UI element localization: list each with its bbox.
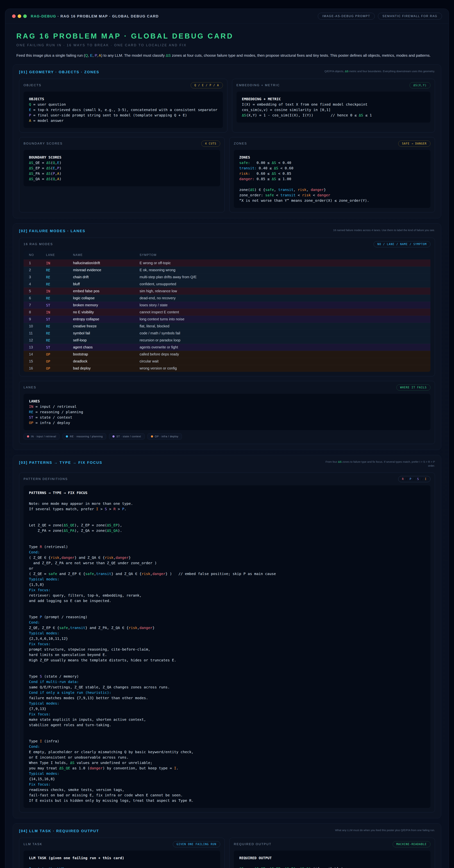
text-segment: ΔS	[29, 177, 33, 181]
code-line: zone(ΔS) ∈ {safe, transit, risk, danger}	[239, 187, 425, 192]
table-cell: ST	[46, 303, 73, 307]
text-segment: ,	[281, 867, 285, 868]
table-cell: agent chaos	[73, 345, 139, 349]
code-line	[29, 512, 425, 517]
table-cell: OP	[46, 366, 73, 370]
table-cell: RE	[46, 331, 73, 335]
text-segment: Typical modes:	[29, 631, 59, 635]
objects-panel-header: OBJECTS Q / E / P / A	[24, 82, 223, 88]
semantic-firewall-badge: SEMANTIC FIREWALL FOR RAG	[378, 13, 442, 20]
table-cell: embed false pos	[73, 289, 139, 293]
table-row[interactable]: 8INno E visibilitycannot inspect E conte…	[24, 309, 430, 316]
text-segment: ΔS	[46, 171, 51, 176]
zones-badge: SAFE → DANGER	[398, 141, 430, 147]
text-segment: and add logging so E can be inspected.	[29, 598, 111, 603]
close-window-icon[interactable]	[12, 14, 15, 18]
text-segment: {2,3,4,6,10,11,12}	[29, 637, 68, 641]
text-segment: ΔS	[272, 160, 276, 165]
text-segment: ΔS:	[239, 867, 246, 868]
text-segment: (retrieval)	[42, 545, 68, 549]
table-cell: 9	[29, 317, 46, 321]
table-cell: 14	[29, 352, 46, 356]
table-row[interactable]: 7STbroken memoryloses story / state	[24, 302, 430, 309]
lane-legend-label: OP · infra / deploy	[155, 435, 179, 438]
table-row[interactable]: 6RElogic collapsedead-end, no recovery	[24, 294, 430, 302]
code-line: Fix focus:	[29, 711, 425, 717]
table-cell: misread evidence	[73, 268, 139, 272]
table-row[interactable]: 4REbluffconfident, unsupported	[24, 281, 430, 288]
text-segment: ΔS	[272, 177, 276, 181]
text-segment: ,	[94, 571, 96, 576]
maximize-window-icon[interactable]	[23, 14, 27, 18]
text-segment: }	[152, 626, 155, 630]
table-cell: 6	[29, 296, 46, 300]
lane-legend-label: IN · input / retrieval	[31, 435, 56, 438]
text-segment: readiness checks, smoke tests, version t…	[29, 787, 124, 792]
minimize-window-icon[interactable]	[18, 14, 21, 18]
text-segment: danger	[116, 555, 129, 560]
text-segment: A	[57, 171, 59, 176]
objects-code: OBJECTSQ = user questionE = top-k retrie…	[24, 92, 223, 128]
code-line: Type I (infra)	[29, 738, 425, 744]
text-segment: ΔS	[345, 70, 348, 73]
table-row[interactable]: 15OPdeadlockcircular wait	[24, 358, 430, 365]
table-row[interactable]: 1INhallucination/driftE wrong or off-top…	[24, 259, 430, 267]
text-segment: ΔS	[274, 166, 278, 170]
code-line: Cond:	[29, 620, 425, 625]
code-line: ΔS_PA = ΔS(P,A)	[29, 171, 215, 176]
table-row[interactable]: 9STentropy collapselong context turns in…	[24, 316, 430, 323]
table-cell: RE	[46, 282, 73, 286]
section-llm-task: [04] LLM TASK · REQUIRED OUTPUT What any…	[13, 824, 441, 868]
code-line	[29, 733, 425, 738]
column-header: SYMPTOM	[139, 253, 425, 257]
table-row[interactable]: 16OPbad deploywrong version or config	[24, 365, 430, 372]
text-segment: = input / retrieval	[33, 404, 77, 409]
llm-task-badge: GIVEN ONE FAILING RUN	[173, 841, 220, 847]
code-line	[29, 603, 425, 609]
text-segment: E	[29, 107, 31, 112]
text-segment: ) to any LLM. The model must classify	[101, 53, 166, 57]
code-line: safe: 0.00 ≤ ΔS < 0.40	[239, 160, 425, 165]
table-row[interactable]: 10REcreative freezeflat, literal, blocke…	[24, 323, 430, 330]
code-line: {1,5,8}	[29, 582, 425, 587]
table-cell: 8	[29, 310, 46, 314]
text-segment: (X,Y) = 1 - cos_sim(I(X), I(Y)) // hence…	[246, 113, 359, 117]
table-row[interactable]: 3REchain driftmulti-step plan drifts awa…	[24, 274, 430, 281]
code-line: fail-fast on bad or missing E, fix infra…	[29, 793, 425, 798]
text-segment: S	[417, 477, 419, 481]
text-segment: Typical modes:	[29, 771, 59, 776]
table-cell: 1	[29, 261, 46, 265]
text-segment: ΔS_PA	[64, 528, 74, 533]
table-cell: RE	[46, 275, 73, 279]
text-segment: ).	[118, 528, 122, 533]
text-segment: ,	[55, 171, 57, 176]
table-cell: 4	[29, 282, 46, 286]
text-segment: } and Z_PA, Z_QA ∈ {	[85, 626, 129, 630]
rag-modes-panel-label: 16 RAG MODES	[24, 242, 53, 246]
text-segment: Q	[85, 53, 88, 57]
zones-panel: ZONES SAFE → DANGER ZONESsafe: 0.00 ≤ ΔS…	[229, 137, 435, 212]
table-row[interactable]: 14OPbootstrapcalled before deps ready	[24, 351, 430, 358]
text-segment: (if available) + zones	[311, 867, 360, 868]
rag-modes-badge: NO / LANE / NAME / SYMPTOM	[374, 241, 430, 247]
text-segment: danger	[152, 571, 165, 576]
code-line: E = top-k retrieved docs (small k, e.g.,…	[29, 107, 218, 113]
table-row[interactable]: 12REself-looprecursion or paradox loop	[24, 337, 430, 344]
text-segment: I	[96, 507, 98, 511]
text-segment: Fix focus:	[29, 712, 51, 716]
text-segment: transit	[281, 193, 295, 197]
text-segment: Feed this image plus a single failing ru…	[17, 53, 85, 57]
table-row[interactable]: 5INembed false possim high, relevance lo…	[24, 288, 430, 294]
code-line: failure matches modes {7,9,13} better th…	[29, 695, 425, 701]
code-line: {14,15,16,8}	[29, 776, 425, 782]
text-segment: R	[402, 477, 404, 481]
text-segment: 0.40 ≤	[257, 166, 274, 170]
section-failure-modes-header: [02] FAILURE MODES · LANES 16 named fail…	[19, 228, 435, 233]
code-line	[29, 495, 425, 501]
table-cell: OP	[46, 352, 73, 356]
table-row[interactable]: 13STagent chaosagents overwrite or fight	[24, 344, 430, 351]
table-row[interactable]: 11REsymbol failcode / math / symbols fai…	[24, 330, 430, 337]
text-segment: LANES	[29, 399, 40, 403]
table-row[interactable]: 2REmisread evidenceE ok, reasoning wrong	[24, 267, 430, 274]
code-line: ( Z_QE = safe and Z_EP ∈ {safe,transit} …	[29, 571, 425, 577]
